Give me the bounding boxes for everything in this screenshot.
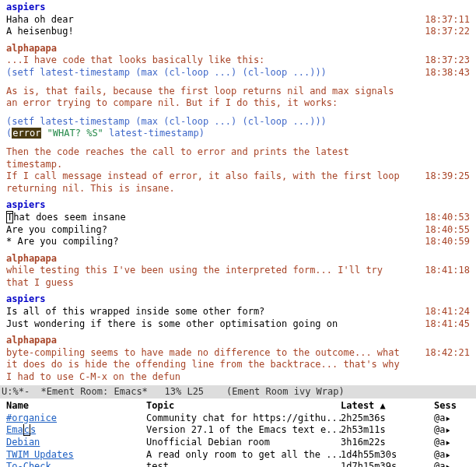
col-topic[interactable]: Topic	[146, 400, 341, 413]
msg-line: Haha oh dear	[6, 14, 74, 25]
timestamp: 18:38:43	[425, 67, 470, 79]
msg-line: while testing this I've been using the i…	[6, 265, 383, 288]
nick-alphapapa: alphapapa	[6, 335, 57, 346]
timestamp: 18:41:24	[425, 306, 470, 318]
room-latest: 2h25m36s	[341, 413, 434, 425]
timestamp: 18:41:18	[425, 265, 470, 277]
code-line: (setf latest-timestamp (max (cl-loop ...…	[6, 67, 473, 79]
timestamp: 18:40:53	[425, 212, 470, 224]
nick-aspiers: aspiers	[6, 293, 46, 304]
error-keyword: error	[12, 128, 41, 139]
overflow-arrow-icon: ▸	[445, 449, 450, 462]
col-name[interactable]: Name	[6, 400, 146, 413]
msg-line: If I call message instead of error, it a…	[6, 170, 400, 194]
room-session: @a▸	[434, 461, 473, 467]
msg-line: As is, that fails, because the first loo…	[6, 86, 394, 109]
msg-line: byte-compiling seems to have made no dif…	[6, 347, 400, 382]
cursor: c	[23, 424, 30, 436]
room-row[interactable]: TWIM Updates A read only room to get all…	[6, 449, 473, 462]
nick-alphapapa: alphapapa	[6, 43, 57, 54]
room-latest: 1d4h55m30s	[341, 449, 434, 462]
room-link[interactable]: Debian	[6, 437, 40, 448]
col-session[interactable]: Sess	[434, 400, 473, 413]
cursor: T	[6, 211, 13, 223]
msg-line: Then the code reaches the call to error …	[6, 146, 349, 170]
room-link[interactable]: #organice	[6, 413, 57, 423]
room-session: @a▸	[434, 437, 473, 449]
room-row[interactable]: Emacs Version 27.1 of the Emacs text e..…	[6, 424, 473, 437]
msg-line: That does seem insane	[6, 211, 126, 223]
room-topic: Community chat for https://githu...	[146, 413, 341, 425]
nick-alphapapa: alphapapa	[6, 253, 57, 264]
room-session: @a▸	[434, 449, 473, 462]
room-list-header[interactable]: Name Topic Latest ▲ Sess	[6, 400, 473, 413]
room-session: @a▸	[434, 424, 473, 437]
timestamp: 18:41:45	[425, 318, 470, 331]
msg-line: Just wondering if there is some other op…	[6, 318, 338, 329]
room-topic: Unofficial Debian room	[146, 437, 341, 449]
timestamp: 18:37:22	[425, 26, 470, 38]
code-line: (setf latest-timestamp (max (cl-loop ...…	[6, 116, 473, 128]
timestamp: 18:39:25	[425, 170, 470, 183]
room-row[interactable]: #organice Community chat for https://git…	[6, 413, 473, 425]
room-link[interactable]: To-Check	[6, 461, 51, 467]
timestamp: 18:40:55	[425, 224, 470, 237]
room-topic: Version 27.1 of the Emacs text e...	[146, 424, 341, 437]
room-topic: test	[146, 461, 341, 467]
timestamp: 18:37:11	[425, 14, 470, 26]
timestamp: 18:42:21	[425, 347, 470, 360]
room-link[interactable]: TWIM Updates	[6, 449, 74, 460]
msg-line: A heisenbug!	[6, 26, 74, 37]
msg-line: ...I have code that looks basically like…	[6, 54, 264, 65]
overflow-arrow-icon: ▸	[445, 461, 450, 467]
msg-line: Is all of this wrapped inside some other…	[6, 306, 264, 317]
msg-line: * Are you compiling?	[6, 236, 119, 247]
code-line: (error "WHAT? %S" latest-timestamp)	[6, 128, 473, 140]
room-row[interactable]: To-Check test 1d7h15m39s @a▸	[6, 461, 473, 467]
col-latest[interactable]: Latest ▲	[341, 400, 434, 413]
room-link[interactable]: Emacs	[6, 424, 36, 436]
overflow-arrow-icon: ▸	[445, 413, 450, 425]
room-latest: 1d7h15m39s	[341, 461, 434, 467]
room-topic: A read only room to get all the ...	[146, 449, 341, 462]
room-list-pane: Name Topic Latest ▲ Sess #organice Commu…	[0, 399, 476, 467]
nick-aspiers: aspiers	[6, 2, 46, 12]
sort-arrow-icon: ▲	[380, 400, 386, 411]
timestamp: 18:40:59	[425, 236, 470, 248]
room-latest: 3h16m22s	[341, 437, 434, 449]
nick-aspiers: aspiers	[6, 199, 46, 210]
overflow-arrow-icon: ▸	[445, 437, 450, 449]
room-row[interactable]: Debian Unofficial Debian room 3h16m22s @…	[6, 437, 473, 449]
msg-line: Are you compiling?	[6, 224, 107, 235]
room-latest: 2h53m11s	[341, 424, 434, 437]
modeline-chat: U:%*- *Ement Room: Emacs* 13% L25 (Ement…	[0, 385, 476, 399]
chat-pane: aspiers Haha oh dear18:37:11 A heisenbug…	[0, 0, 476, 385]
timestamp: 18:37:23	[425, 54, 470, 67]
room-session: @a▸	[434, 413, 473, 425]
overflow-arrow-icon: ▸	[445, 424, 450, 437]
